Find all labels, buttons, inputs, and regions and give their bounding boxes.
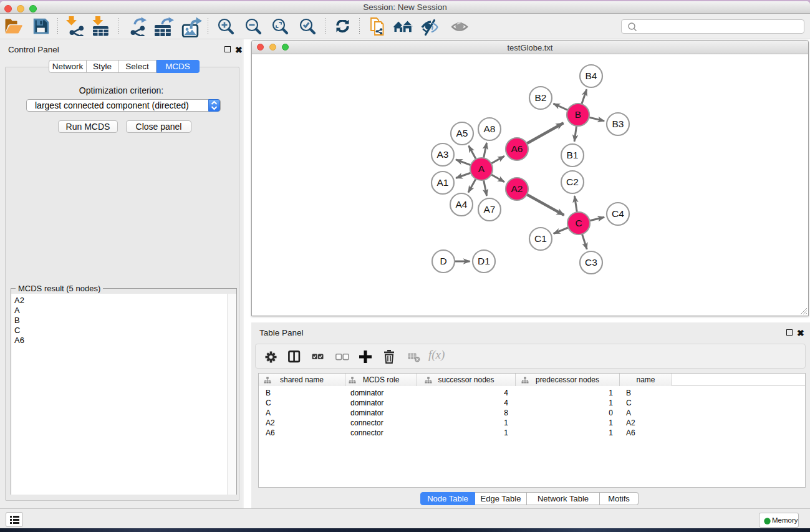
svg-text:A5: A5 xyxy=(456,128,468,138)
svg-text:D1: D1 xyxy=(478,256,490,266)
svg-text:B1: B1 xyxy=(567,150,579,160)
svg-text:B4: B4 xyxy=(586,70,597,81)
svg-text:A7: A7 xyxy=(484,204,496,215)
svg-text:B2: B2 xyxy=(535,92,547,103)
svg-text:B: B xyxy=(575,109,581,120)
svg-text:C2: C2 xyxy=(566,177,579,187)
svg-text:C3: C3 xyxy=(585,257,597,268)
svg-text:C1: C1 xyxy=(534,233,547,244)
svg-text:B3: B3 xyxy=(612,118,624,129)
svg-text:C4: C4 xyxy=(612,208,624,219)
svg-text:A4: A4 xyxy=(456,199,468,210)
svg-text:A6: A6 xyxy=(511,143,523,154)
svg-text:A2: A2 xyxy=(511,183,523,194)
svg-text:C: C xyxy=(575,218,582,228)
svg-text:D: D xyxy=(440,256,446,266)
svg-text:A8: A8 xyxy=(484,123,496,134)
svg-text:A3: A3 xyxy=(437,149,449,160)
svg-text:A: A xyxy=(478,163,485,174)
svg-text:A1: A1 xyxy=(437,177,449,188)
